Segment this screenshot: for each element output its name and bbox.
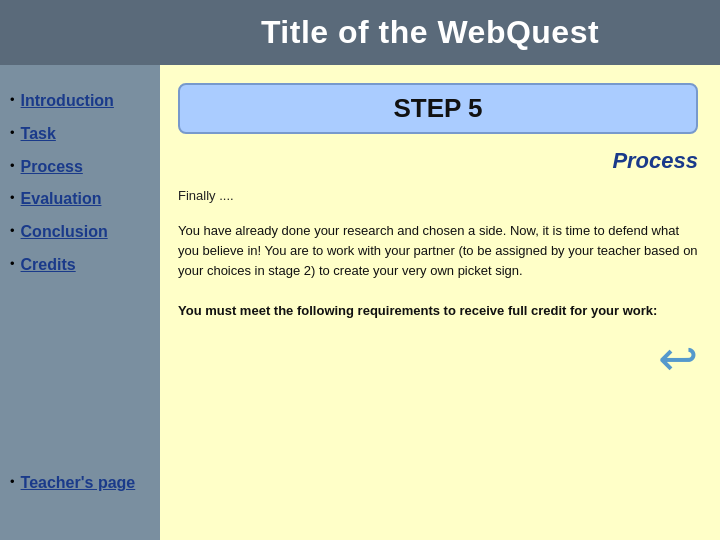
step-badge: STEP 5 [178,83,698,134]
page-title: Title of the WebQuest [261,14,599,50]
bullet-icon: • [10,255,15,273]
list-item: • Task [10,118,150,151]
bullet-icon: • [10,189,15,207]
sidebar-item-teacher[interactable]: Teacher's page [21,473,136,494]
bottom-row: ↩ [178,335,698,383]
nav-list: • Introduction • Task • Process • Evalua… [10,85,150,282]
bullet-icon: • [10,157,15,175]
teacher-section: • Teacher's page [10,457,150,520]
list-item: • Credits [10,249,150,282]
bullet-icon: • [10,222,15,240]
return-arrow-icon: ↩ [658,335,698,383]
body-text: You have already done your research and … [178,221,698,281]
content-area: STEP 5 Process Finally .... You have alr… [160,65,720,540]
footer-text: You must meet the following requirements… [178,301,698,321]
bullet-icon: • [10,124,15,142]
sidebar-item-task[interactable]: Task [21,124,56,145]
teacher-list: • Teacher's page [10,467,150,500]
list-item: • Introduction [10,85,150,118]
list-item: • Evaluation [10,183,150,216]
sidebar: • Introduction • Task • Process • Evalua… [0,65,160,540]
header: Title of the WebQuest [0,0,720,65]
sidebar-item-introduction[interactable]: Introduction [21,91,114,112]
sidebar-item-evaluation[interactable]: Evaluation [21,189,102,210]
process-title: Process [178,148,698,174]
sidebar-item-process[interactable]: Process [21,157,83,178]
bullet-icon: • [10,473,15,491]
list-item: • Conclusion [10,216,150,249]
sidebar-item-credits[interactable]: Credits [21,255,76,276]
finally-text: Finally .... [178,188,698,203]
main-content: • Introduction • Task • Process • Evalua… [0,65,720,540]
sidebar-item-conclusion[interactable]: Conclusion [21,222,108,243]
bullet-icon: • [10,91,15,109]
list-item: • Process [10,151,150,184]
page-wrapper: Title of the WebQuest • Introduction • T… [0,0,720,540]
list-item: • Teacher's page [10,467,150,500]
